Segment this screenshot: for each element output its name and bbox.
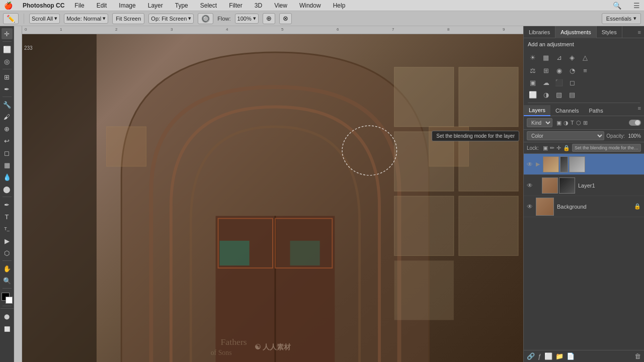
workspace-dropdown[interactable]: Essentials ▾ — [602, 13, 641, 24]
eraser-tool[interactable]: ◻ — [2, 147, 13, 158]
search-icon[interactable]: 🔍 — [613, 2, 621, 10]
paths-tab[interactable]: Paths — [584, 105, 608, 116]
menu-select[interactable]: Select — [198, 2, 219, 9]
layer-visibility-0[interactable]: 👁 — [527, 161, 533, 168]
brush-tool[interactable]: 🖌 — [2, 111, 13, 122]
new-group-icon[interactable]: 📁 — [555, 352, 564, 360]
type-mask-tool[interactable]: T_ — [2, 223, 13, 234]
layers-menu[interactable]: ≡ — [638, 105, 644, 116]
crop-tool[interactable]: ⊞ — [2, 71, 13, 82]
menu-edit[interactable]: Edit — [95, 2, 109, 9]
filter-adj-icon[interactable]: ◑ — [564, 120, 569, 126]
type-tool[interactable]: T — [2, 211, 13, 222]
opacity-dropdown[interactable]: Op: Fit Screen ▾ — [148, 14, 194, 24]
adj-photo-filter[interactable]: ◔ — [567, 65, 577, 75]
tab-adjustments[interactable]: Adjustments — [555, 26, 597, 38]
mode-dropdown[interactable]: Mode: Normal ▾ — [64, 14, 108, 24]
adj-posterize[interactable]: ☁ — [541, 77, 551, 87]
canvas-area[interactable]: 0 1 2 3 4 5 6 7 8 9 — [14, 26, 523, 362]
color-swatch[interactable] — [2, 293, 13, 304]
menu-type[interactable]: Type — [173, 2, 190, 9]
panel-expander[interactable]: ≡ — [638, 29, 644, 35]
layer-row-1[interactable]: 👁 Layer1 — [524, 175, 644, 196]
lock-transparent-icon[interactable]: ▣ — [543, 145, 548, 151]
path-select-tool[interactable]: ▶ — [2, 235, 13, 246]
link-layers-icon[interactable]: 🔗 — [527, 352, 535, 360]
lock-all-icon[interactable]: 🔒 — [563, 145, 570, 151]
menu-file[interactable]: File — [72, 2, 86, 9]
adj-gradient-map[interactable]: ◻ — [567, 77, 577, 87]
add-effect-icon[interactable]: ƒ — [538, 352, 541, 360]
eyedropper-tool[interactable]: ✒ — [2, 83, 13, 95]
flow-dropdown[interactable]: 100% ▾ — [235, 14, 259, 24]
brush-tool-icon[interactable]: ✏️ — [3, 13, 19, 24]
adj-curves[interactable]: ⊿ — [554, 52, 564, 62]
menu-3d[interactable]: 3D — [253, 2, 264, 9]
scroll-all-dropdown[interactable]: Scroll All ▾ — [29, 14, 60, 24]
dodge-tool[interactable]: ⬤ — [2, 184, 13, 195]
adj-levels[interactable]: ▦ — [541, 52, 551, 62]
lock-pixels-icon[interactable]: ✏ — [550, 145, 554, 151]
filter-pixel-icon[interactable]: ▣ — [556, 120, 561, 126]
adj-exposure[interactable]: ◈ — [567, 52, 577, 62]
adj-hdr-toning[interactable]: ▧ — [554, 89, 564, 100]
layer-visibility-1[interactable]: 👁 — [527, 182, 533, 189]
clone-stamp-tool[interactable]: ⊕ — [2, 123, 13, 134]
shape-tool[interactable]: ⬡ — [2, 247, 13, 258]
tablet-pressure[interactable]: ⊗ — [279, 13, 292, 24]
menu-window[interactable]: Window — [297, 2, 323, 9]
layer-expand-0[interactable]: ▶ — [536, 161, 540, 167]
filter-type-select[interactable]: Kind — [527, 118, 552, 127]
zoom-tool[interactable]: 🔍 — [2, 275, 13, 286]
new-layer-icon[interactable]: 📄 — [567, 352, 575, 360]
heal-tool[interactable]: 🔧 — [2, 99, 13, 110]
screen-mode[interactable]: ⬜ — [2, 323, 13, 334]
layer-row-background[interactable]: 👁 Background 🔒 — [524, 196, 644, 217]
filter-shape-icon[interactable]: ⬡ — [576, 120, 581, 126]
pressure-icon[interactable]: ⊕ — [263, 13, 275, 24]
adj-color-balance[interactable]: ⊞ — [541, 65, 551, 75]
move-tool[interactable]: ✛ — [2, 28, 13, 39]
quick-mask-toggle[interactable]: ⬤ — [2, 311, 13, 322]
channels-tab[interactable]: Channels — [550, 105, 584, 116]
menu-filter[interactable]: Filter — [227, 2, 245, 9]
filter-type-icon[interactable]: T — [571, 120, 574, 126]
menu-image[interactable]: Image — [117, 2, 137, 9]
layers-tab[interactable]: Layers — [524, 105, 550, 116]
lasso-tool[interactable]: ◎ — [2, 56, 13, 67]
adj-shadow[interactable]: ◑ — [541, 89, 551, 100]
delete-layer-icon[interactable]: 🗑 — [634, 352, 641, 360]
tab-styles[interactable]: Styles — [597, 26, 622, 38]
gradient-tool[interactable]: ▦ — [2, 159, 13, 170]
hand-tool[interactable]: ✋ — [2, 263, 13, 274]
adj-brightness[interactable]: ☀ — [528, 52, 538, 62]
adj-threshold[interactable]: ⬛ — [554, 77, 564, 87]
menu-view[interactable]: View — [272, 2, 289, 9]
adj-select-color[interactable]: ⬜ — [528, 89, 538, 100]
lock-position-icon[interactable]: ✛ — [556, 145, 561, 151]
adj-channel-mixer[interactable]: ≡ — [580, 65, 590, 75]
adj-invert[interactable]: ▣ — [528, 77, 538, 87]
background-color[interactable] — [6, 297, 13, 304]
adj-hsl[interactable]: ⚖ — [528, 65, 538, 75]
adj-bw[interactable]: ◉ — [554, 65, 564, 75]
layer-row-group[interactable]: 👁 ▶ — [524, 154, 644, 175]
history-brush-tool[interactable]: ↩ — [2, 135, 13, 146]
canvas-image[interactable]: Fathers of Sons ☯ 人人素材 — [22, 34, 523, 362]
filter-smart-icon[interactable]: ⊞ — [583, 120, 588, 126]
add-mask-icon[interactable]: ⬜ — [544, 352, 552, 360]
fit-screen-button[interactable]: Fit Screen — [112, 13, 144, 24]
airbrush-toggle[interactable]: 🔘 — [198, 13, 213, 24]
pen-tool[interactable]: ✒ — [2, 199, 13, 210]
blend-mode-select[interactable]: Color Normal Multiply Screen Overlay — [527, 131, 604, 140]
menu-layer[interactable]: Layer — [146, 2, 165, 9]
menu-extra-icon[interactable]: ☰ — [633, 2, 640, 10]
adj-vibrance[interactable]: △ — [580, 52, 590, 62]
menu-help[interactable]: Help — [331, 2, 348, 9]
layer-visibility-bg[interactable]: 👁 — [527, 203, 533, 210]
marquee-tool[interactable]: ⬜ — [2, 44, 13, 55]
tab-libraries[interactable]: Libraries — [524, 26, 555, 38]
adj-variations[interactable]: ▤ — [567, 89, 577, 100]
blur-tool[interactable]: 💧 — [2, 171, 13, 183]
apple-menu[interactable]: 🍎 — [4, 2, 13, 10]
